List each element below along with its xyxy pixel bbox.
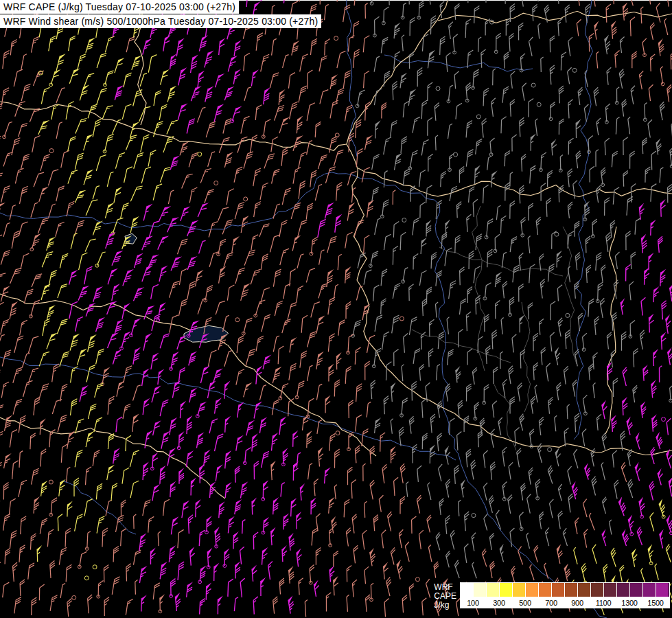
- legend-colorbar: 100300500700900110013001500: [460, 582, 670, 608]
- legend-swatch: [487, 583, 500, 597]
- legend-label-units: J/kg: [434, 601, 456, 610]
- title-windshear-line: WRF Wind shear (m/s) 500/1000hPa Tuesday…: [0, 14, 321, 28]
- legend-swatch: [604, 583, 617, 597]
- legend-tick-label: 1500: [642, 599, 669, 607]
- legend-swatch: [643, 583, 656, 597]
- legend-tick-row: 100300500700900110013001500: [460, 597, 670, 608]
- map-header: WRF CAPE (J/kg) Tuesday 07-10-2025 03:00…: [0, 0, 321, 29]
- legend-tick-label: 700: [538, 599, 564, 607]
- legend-swatch: [552, 583, 565, 597]
- map-canvas: [0, 0, 672, 618]
- legend-tick-label: 900: [564, 599, 590, 607]
- legend-label: WRF CAPE J/kg: [434, 582, 456, 610]
- legend-tick-label: 100: [460, 599, 486, 607]
- cape-legend: WRF CAPE J/kg 10030050070090011001300150…: [434, 582, 670, 610]
- legend-swatch: [591, 583, 604, 597]
- legend-tick-label: 1100: [590, 599, 616, 607]
- title-cape-line: WRF CAPE (J/kg) Tuesday 07-10-2025 03:00…: [0, 0, 239, 14]
- legend-swatch: [526, 583, 539, 597]
- legend-swatch: [656, 583, 669, 597]
- legend-swatch: [500, 583, 513, 597]
- legend-tick-label: 300: [486, 599, 512, 607]
- legend-swatch: [565, 583, 578, 597]
- legend-swatch: [578, 583, 591, 597]
- legend-swatch: [539, 583, 552, 597]
- legend-swatch: [617, 583, 630, 597]
- legend-swatch: [461, 583, 474, 597]
- legend-tick-label: 500: [512, 599, 538, 607]
- legend-swatch: [474, 583, 487, 597]
- legend-swatch: [513, 583, 526, 597]
- legend-swatch-row: [460, 582, 670, 597]
- legend-swatch: [630, 583, 643, 597]
- wrf-weather-map-page: WRF CAPE (J/kg) Tuesday 07-10-2025 03:00…: [0, 0, 672, 618]
- legend-tick-label: 1300: [616, 599, 642, 607]
